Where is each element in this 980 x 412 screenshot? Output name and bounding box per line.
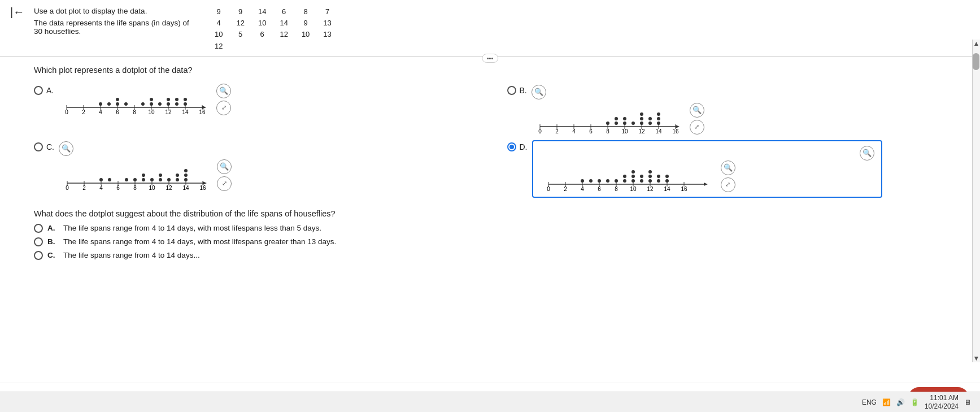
question2-title: What does the dotplot suggest about the …	[34, 209, 946, 218]
svg-point-90	[108, 178, 111, 181]
svg-text:0: 0	[547, 186, 550, 192]
svg-point-141	[665, 179, 669, 183]
back-arrow[interactable]: |←	[10, 6, 24, 19]
choice-C-label: C.	[46, 142, 54, 151]
svg-point-33	[184, 102, 187, 106]
svg-point-96	[159, 178, 162, 181]
svg-point-142	[665, 175, 669, 178]
plot-A-svg: 0 2 4 6 8 10 12	[58, 84, 211, 115]
plot-A-zoom[interactable]: 🔍	[216, 84, 231, 98]
plot-choices-grid: A. 0 2 4	[34, 84, 946, 198]
svg-point-133	[631, 170, 635, 174]
top-area: |← Use a dot plot to display the data. T…	[0, 0, 980, 57]
data-col-1: 9 4 10 12	[215, 7, 223, 51]
svg-point-99	[176, 178, 179, 181]
svg-point-136	[648, 179, 652, 183]
svg-point-135	[640, 175, 643, 178]
svg-point-57	[615, 117, 618, 120]
svg-point-103	[184, 169, 188, 172]
svg-point-60	[631, 122, 635, 125]
svg-text:0: 0	[65, 109, 68, 115]
radio-C[interactable]	[34, 142, 43, 151]
svg-point-89	[99, 178, 103, 181]
choice-C-row: C. 🔍 0 2 4	[34, 140, 473, 198]
plot-B-zoom[interactable]: 🔍	[690, 103, 704, 118]
choice-B-row: B. 🔍 0 2 4	[507, 84, 947, 135]
svg-text:8: 8	[606, 128, 609, 134]
svg-point-91	[125, 178, 128, 181]
collapse-button[interactable]: •••	[482, 54, 499, 63]
svg-point-126	[598, 179, 601, 183]
radio-q2-C[interactable]	[34, 251, 43, 260]
plot-D-zoom[interactable]: 🔍	[721, 161, 735, 175]
plot-C-zoom[interactable]: 🔍	[217, 159, 232, 174]
plot-D-expand[interactable]: ⤢	[721, 177, 735, 192]
plot-D-svg-wrap: 0 2 4 6 8 10 12	[540, 161, 874, 192]
svg-point-127	[606, 179, 609, 183]
svg-point-66	[657, 122, 660, 125]
answer-choice-B-row: B. The life spans range from 4 to 14 day…	[34, 237, 946, 246]
plot-B-icons: 🔍 ⤢	[690, 103, 704, 135]
answer-choice-A-row: A. The life spans range from 4 to 14 day…	[34, 224, 946, 233]
svg-text:14: 14	[664, 186, 670, 192]
svg-point-22	[116, 102, 119, 106]
svg-point-61	[640, 122, 643, 125]
instruction-line2: The data represents the life spans (in d…	[34, 19, 192, 36]
data-table: 9 4 10 12 9 12 5 14 10 6 6 14 12 8	[192, 5, 332, 51]
taskbar-lang: ENG	[862, 398, 877, 406]
svg-point-55	[606, 122, 609, 125]
plot-C-expand[interactable]: ⤢	[217, 176, 232, 191]
taskbar: ENG 📶 🔊 🔋 11:01 AM 10/24/2024 🖥	[0, 392, 980, 412]
svg-point-92	[133, 178, 137, 181]
taskbar-battery-icon: 🔋	[911, 398, 919, 406]
svg-point-58	[623, 122, 626, 125]
radio-D[interactable]	[507, 142, 516, 151]
svg-text:2: 2	[555, 128, 559, 134]
svg-point-97	[159, 174, 162, 177]
radio-B[interactable]	[507, 86, 516, 95]
svg-point-59	[623, 117, 626, 120]
svg-point-93	[142, 178, 145, 181]
radio-q2-A[interactable]	[34, 224, 43, 233]
plot-C-zoom-top[interactable]: 🔍	[59, 141, 73, 156]
svg-text:10: 10	[149, 185, 155, 190]
svg-point-26	[150, 102, 153, 106]
plot-D-zoom-top[interactable]: 🔍	[860, 146, 874, 161]
svg-point-24	[124, 102, 128, 106]
radio-A[interactable]	[34, 86, 43, 95]
plot-B-svg-wrap: 0 2 4 6 8 10 12	[532, 103, 704, 135]
question1-title: Which plot represents a dotplot of the d…	[34, 66, 946, 75]
svg-text:14: 14	[182, 185, 189, 190]
svg-point-25	[141, 102, 145, 106]
svg-point-138	[648, 170, 652, 174]
svg-text:10: 10	[630, 186, 637, 192]
svg-point-62	[640, 117, 643, 120]
svg-text:0: 0	[66, 185, 69, 190]
svg-point-20	[99, 102, 102, 106]
svg-text:16: 16	[199, 109, 206, 115]
plot-A-icons: 🔍 ⤢	[216, 84, 231, 115]
svg-text:2: 2	[564, 186, 567, 192]
svg-point-100	[176, 174, 179, 177]
plot-B-expand[interactable]: ⤢	[690, 120, 704, 135]
scroll-up-arrow[interactable]: ▲	[973, 40, 980, 47]
plot-D-selected-box: 🔍 0 2 4 6	[532, 140, 882, 198]
svg-text:8: 8	[133, 109, 136, 115]
plot-C-icons: 🔍 ⤢	[217, 159, 232, 191]
svg-marker-123	[704, 183, 708, 186]
svg-text:0: 0	[538, 128, 542, 134]
svg-point-28	[158, 102, 162, 106]
svg-point-140	[657, 175, 660, 178]
plot-A-expand[interactable]: ⤢	[216, 101, 231, 115]
plot-B-zoom-top[interactable]: 🔍	[532, 85, 546, 99]
svg-point-130	[623, 175, 626, 178]
svg-point-132	[631, 175, 635, 178]
svg-text:2: 2	[82, 109, 85, 115]
plot-D-icons: 🔍 ⤢	[721, 161, 735, 192]
plot-C-svg: 0 2 4 6 8 10 12	[59, 159, 211, 190]
radio-q2-B[interactable]	[34, 237, 43, 246]
data-col-2: 9 12 5	[236, 7, 244, 40]
answer-choice-A-text: The life spans range from 4 to 14 days, …	[63, 224, 321, 232]
data-col-5: 8 9 10	[302, 7, 310, 40]
svg-point-137	[648, 175, 652, 178]
